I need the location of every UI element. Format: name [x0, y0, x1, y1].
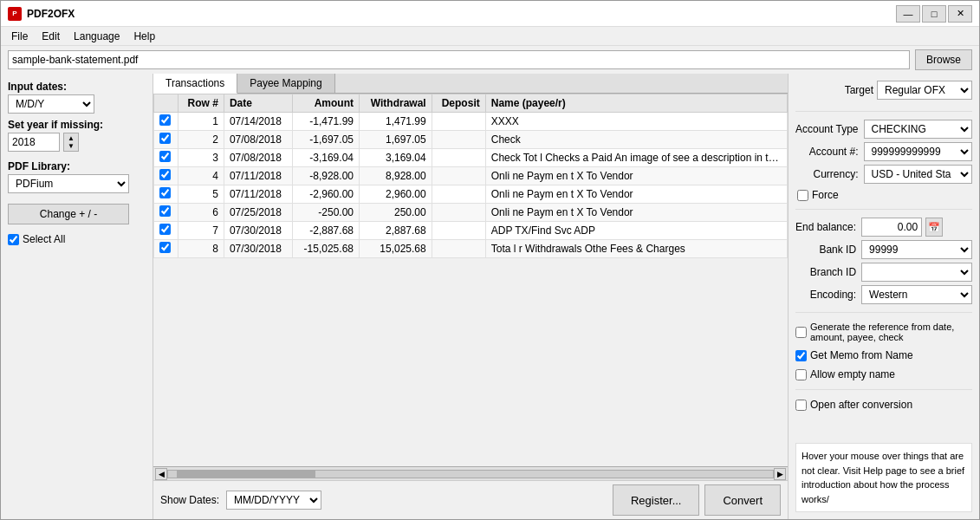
divider-4	[795, 389, 972, 390]
scrollbar-thumb[interactable]	[177, 471, 315, 478]
gen-ref-label: Generate the reference from date, amount…	[810, 322, 972, 342]
main-content: Input dates: M/D/Y D/M/Y Y/M/D Set year …	[1, 74, 979, 519]
table-row: 8 07/30/2018 -15,025.68 15,025.68 Tota l…	[154, 240, 788, 258]
row-amount: -15,025.68	[293, 240, 360, 258]
minimize-button[interactable]: —	[896, 5, 920, 23]
get-memo-checkbox[interactable]	[795, 350, 807, 361]
account-type-select[interactable]: CHECKING SAVINGS CREDITLINE	[864, 120, 973, 139]
hint-text: Hover your mouse over things that are no…	[802, 451, 964, 504]
open-after-row: Open after conversion	[795, 399, 972, 411]
year-row: ▲ ▼	[8, 133, 146, 152]
row-amount: -3,169.04	[293, 149, 360, 167]
target-select[interactable]: Regular OFX MT940 QIF	[877, 81, 972, 100]
row-withdrawal: 250.00	[359, 204, 432, 222]
select-all-label: Select All	[23, 233, 65, 245]
gen-ref-row: Generate the reference from date, amount…	[795, 322, 972, 342]
maximize-button[interactable]: □	[922, 5, 946, 23]
open-after-checkbox[interactable]	[795, 400, 807, 411]
scrollbar-track[interactable]	[167, 470, 774, 478]
calendar-icon[interactable]: 📅	[925, 218, 943, 237]
branch-id-select[interactable]	[861, 263, 972, 282]
row-deposit	[432, 222, 485, 240]
row-checkbox[interactable]	[159, 133, 171, 144]
table-row: 1 07/14/2018 -1,471.99 1,471.99 XXXX	[154, 113, 788, 131]
allow-empty-checkbox[interactable]	[795, 369, 807, 380]
scroll-right-arrow[interactable]: ▶	[774, 468, 786, 480]
date-display-select[interactable]: MM/DD/YYYY DD/MM/YYYY YYYY/MM/DD	[226, 491, 321, 510]
row-checkbox[interactable]	[159, 205, 171, 217]
transactions-table: Row # Date Amount Withdrawal Deposit Nam…	[153, 94, 788, 258]
row-num: 2	[178, 131, 224, 149]
row-deposit	[432, 240, 485, 258]
tab-bar: Transactions Payee Mapping	[153, 74, 788, 94]
select-all-checkbox[interactable]	[8, 234, 19, 245]
register-button[interactable]: Register...	[613, 484, 700, 516]
app-icon: P	[8, 7, 22, 21]
table-row: 7 07/30/2018 -2,887.68 2,887.68 ADP TX/F…	[154, 222, 788, 240]
table-row: 2 07/08/2018 -1,697.05 1,697.05 Check	[154, 131, 788, 149]
get-memo-label: Get Memo from Name	[810, 349, 913, 361]
target-row: Target Regular OFX MT940 QIF	[795, 81, 972, 100]
row-checkbox[interactable]	[159, 224, 171, 235]
row-deposit	[432, 167, 485, 185]
row-checkbox[interactable]	[159, 242, 171, 253]
col-row-num: Row #	[178, 94, 224, 113]
menu-edit[interactable]: Edit	[35, 29, 67, 44]
row-deposit	[432, 185, 485, 204]
pdf-library-select[interactable]: PDFium	[8, 174, 129, 193]
col-name: Name (payee/r)	[485, 94, 787, 113]
row-checkbox[interactable]	[159, 151, 171, 162]
row-name: Onli ne Paym en t X To Vendor	[485, 167, 787, 185]
row-checkbox[interactable]	[159, 169, 171, 180]
scroll-left-arrow[interactable]: ◀	[155, 468, 167, 480]
row-checkbox[interactable]	[159, 114, 171, 126]
year-input[interactable]	[8, 133, 60, 152]
row-amount: -2,960.00	[293, 185, 360, 204]
convert-button[interactable]: Convert	[704, 484, 781, 516]
horizontal-scrollbar[interactable]: ◀ ▶	[153, 466, 788, 480]
menu-file[interactable]: File	[4, 29, 35, 44]
end-balance-row: 📅	[861, 218, 972, 237]
date-format-select[interactable]: M/D/Y D/M/Y Y/M/D	[8, 94, 94, 114]
row-amount: -1,697.05	[293, 131, 360, 149]
year-spinner[interactable]: ▲ ▼	[63, 133, 79, 152]
row-amount: -250.00	[293, 204, 360, 222]
menu-language[interactable]: Language	[67, 29, 127, 44]
close-button[interactable]: ✕	[948, 5, 972, 23]
row-num: 5	[178, 185, 224, 204]
row-num: 1	[178, 113, 224, 131]
row-withdrawal: 8,928.00	[359, 167, 432, 185]
gen-ref-checkbox[interactable]	[795, 327, 807, 338]
row-num: 4	[178, 167, 224, 185]
show-dates-label: Show Dates:	[160, 494, 219, 506]
row-checkbox[interactable]	[159, 187, 171, 198]
table-row: 6 07/25/2018 -250.00 250.00 Onli ne Paym…	[154, 204, 788, 222]
change-button[interactable]: Change + / -	[8, 204, 129, 224]
end-balance-input[interactable]	[861, 218, 922, 237]
currency-select[interactable]: USD - United Sta EUR - Euro	[864, 165, 973, 184]
encoding-select[interactable]: Western UTF-8	[861, 285, 972, 304]
col-date[interactable]: Date	[224, 94, 293, 113]
row-withdrawal: 1,697.05	[359, 131, 432, 149]
menu-help[interactable]: Help	[127, 29, 162, 44]
window-title: PDF2OFX	[27, 8, 75, 20]
row-amount: -8,928.00	[293, 167, 360, 185]
browse-button[interactable]: Browse	[915, 49, 972, 70]
force-label: Force	[812, 189, 839, 201]
row-num: 8	[178, 240, 224, 258]
row-date: 07/08/2018	[224, 131, 293, 149]
row-deposit	[432, 131, 485, 149]
file-path-input[interactable]	[8, 50, 910, 69]
row-num: 7	[178, 222, 224, 240]
row-date: 07/25/2018	[224, 204, 293, 222]
bank-id-select[interactable]: 99999	[861, 240, 972, 259]
menu-bar: File Edit Language Help	[1, 27, 979, 46]
end-balance-label: End balance:	[795, 221, 856, 233]
account-num-select[interactable]: 999999999999	[864, 142, 973, 161]
tab-payee-mapping[interactable]: Payee Mapping	[237, 74, 334, 93]
row-date: 07/14/2018	[224, 113, 293, 131]
row-name: Onli ne Paym en t X To Vendor	[485, 204, 787, 222]
tab-transactions[interactable]: Transactions	[153, 74, 237, 94]
col-amount[interactable]: Amount	[293, 94, 360, 113]
force-checkbox[interactable]	[797, 190, 808, 201]
